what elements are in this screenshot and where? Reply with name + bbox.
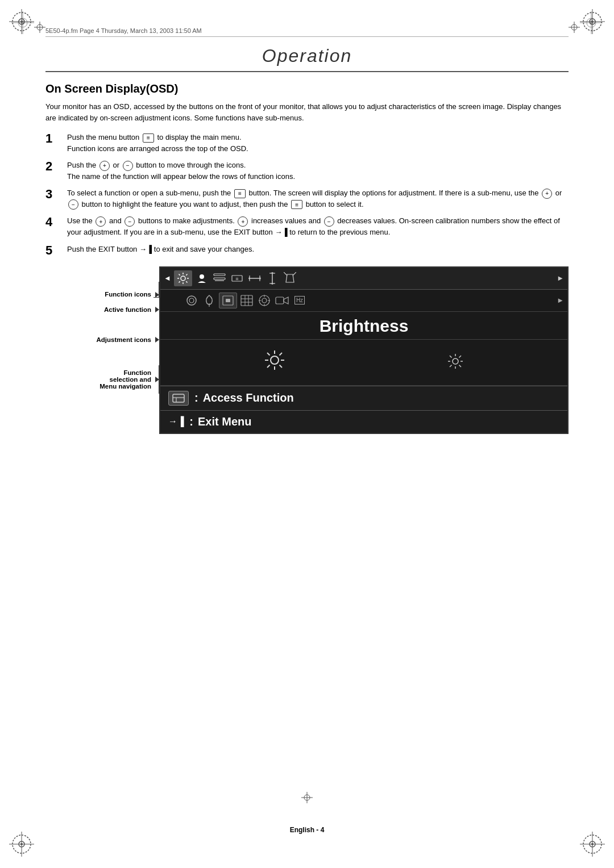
svg-line-91 — [267, 365, 270, 368]
svg-line-98 — [459, 365, 462, 367]
osd-icon-grid — [239, 293, 255, 308]
access-function-colon: : — [194, 391, 198, 404]
osd-icon-width — [247, 270, 263, 286]
step-4-text: Use the + and − buttons to make adjustme… — [67, 215, 569, 237]
svg-line-90 — [280, 353, 283, 356]
svg-point-37 — [181, 276, 185, 281]
svg-line-99 — [459, 356, 462, 358]
svg-line-43 — [186, 281, 187, 282]
minus-button-icon-3: − — [125, 216, 135, 227]
gear-mark-bl — [9, 832, 34, 859]
osd-icon-row-2: Hz ► — [160, 290, 567, 312]
exit-menu-icon: →▐ — [168, 416, 184, 427]
gear-mark-tr — [580, 9, 605, 36]
svg-marker-62 — [286, 274, 294, 282]
svg-rect-70 — [241, 295, 252, 306]
svg-line-64 — [293, 272, 296, 276]
step-5-num: 5 — [45, 244, 59, 257]
osd-icon-size — [211, 270, 227, 286]
svg-rect-48 — [214, 278, 225, 279]
page-footer: English - 4 — [0, 826, 614, 834]
osd-icon-contrast — [194, 270, 210, 286]
plus-button-icon: + — [99, 161, 110, 171]
subsection-title: On Screen Display(OSD) — [45, 82, 569, 95]
top-bar-text: 5E50-4p.fm Page 4 Thursday, March 13, 20… — [45, 27, 202, 34]
osd-icon-hz: Hz — [292, 293, 308, 308]
crosshair-top-left — [34, 22, 45, 35]
osd-labels: Function icons Active function Adjustmen… — [45, 266, 159, 434]
osd-icon-brightness — [174, 270, 192, 286]
active-function-label-text: Active function — [104, 306, 151, 313]
crosshair-top-right — [569, 22, 580, 35]
osd-flex: Function icons Active function Adjustmen… — [45, 266, 569, 434]
step-2: 2 Push the + or − button to move through… — [45, 160, 569, 182]
svg-point-83 — [271, 356, 279, 364]
osd-icon-active-selected — [219, 293, 237, 308]
svg-rect-81 — [276, 297, 284, 304]
minus-button-icon-2: − — [68, 199, 78, 210]
function-icons-label: Function icons — [45, 266, 159, 298]
section-title: Operation — [45, 45, 569, 72]
svg-line-63 — [284, 272, 287, 276]
plus-button-icon-2: + — [542, 189, 552, 199]
svg-text:≡: ≡ — [235, 276, 238, 282]
svg-point-27 — [591, 843, 594, 845]
step-5: 5 Push the EXIT button →▐ to exit and sa… — [45, 244, 569, 257]
osd-icon-height — [264, 270, 280, 286]
minus-button-icon-4: − — [324, 216, 334, 227]
adj-icon-dim — [447, 353, 463, 372]
osd-icon-trapezoid — [282, 270, 298, 286]
gear-mark-br — [580, 832, 605, 859]
svg-rect-47 — [214, 274, 225, 276]
osd-arrow-left-icon: ◄ — [164, 274, 171, 282]
page-content: Operation On Screen Display(OSD) Your mo… — [45, 45, 569, 811]
osd-icon-camera — [274, 293, 290, 308]
svg-line-42 — [179, 274, 180, 275]
access-function-text: Access Function — [203, 391, 294, 404]
function-icons-label-text: Function icons — [105, 291, 151, 298]
osd-access-function-row: : Access Function — [160, 386, 567, 410]
step-3-text: To select a function or open a sub-menu,… — [67, 187, 569, 210]
select-button-icon: ≡ — [234, 189, 246, 198]
svg-point-46 — [200, 274, 204, 279]
step-4: 4 Use the + and − buttons to make adjust… — [45, 215, 569, 237]
svg-rect-101 — [173, 394, 184, 402]
osd-adjustment-row — [160, 340, 567, 386]
step-3: 3 To select a function or open a sub-men… — [45, 187, 569, 210]
svg-marker-82 — [284, 297, 288, 304]
svg-point-92 — [453, 358, 458, 364]
adjustment-icons-label: Adjustment icons — [45, 323, 159, 357]
osd-icon-target — [256, 293, 272, 308]
top-bar: 5E50-4p.fm Page 4 Thursday, March 13, 20… — [45, 27, 569, 37]
plus-button-icon-3: + — [96, 216, 106, 227]
svg-rect-69 — [226, 299, 230, 302]
step-5-text: Push the EXIT button →▐ to exit and save… — [67, 244, 569, 255]
select-button-icon-2: ≡ — [291, 200, 302, 209]
steps-list: 1 Push the menu button ≡ to display the … — [45, 132, 569, 257]
svg-line-88 — [267, 353, 270, 356]
intro-text: Your monitor has an OSD, accessed by the… — [45, 101, 569, 124]
plus-button-icon-4: + — [238, 216, 248, 227]
svg-point-66 — [189, 298, 194, 303]
osd-diagram: Function icons Active function Adjustmen… — [45, 266, 569, 434]
minus-button-icon: − — [123, 161, 133, 171]
step-1-num: 1 — [45, 132, 59, 145]
step-2-text: Push the + or − button to move through t… — [67, 160, 569, 182]
osd-screen: ◄ — [159, 266, 569, 434]
step-2-num: 2 — [45, 160, 59, 173]
step-3-num: 3 — [45, 187, 59, 201]
exit-menu-text: Exit Menu — [198, 415, 251, 428]
svg-line-44 — [186, 274, 187, 275]
function-selection-label-text: Functionselection andMenu navigation — [99, 369, 151, 390]
osd-brightness-row: Brightness — [160, 312, 567, 340]
gear-mark-tl — [9, 9, 34, 36]
osd-arrow-right-2: ► — [557, 296, 564, 304]
svg-point-65 — [187, 296, 196, 305]
active-function-label: Active function — [45, 299, 159, 320]
step-1: 1 Push the menu button ≡ to display the … — [45, 132, 569, 154]
adjustment-icons-label-text: Adjustment icons — [97, 336, 151, 343]
svg-point-17 — [591, 20, 594, 23]
svg-point-22 — [20, 843, 23, 845]
osd-arrow-right-icon: ► — [557, 274, 564, 282]
osd-icon-row-1: ◄ — [160, 268, 567, 290]
